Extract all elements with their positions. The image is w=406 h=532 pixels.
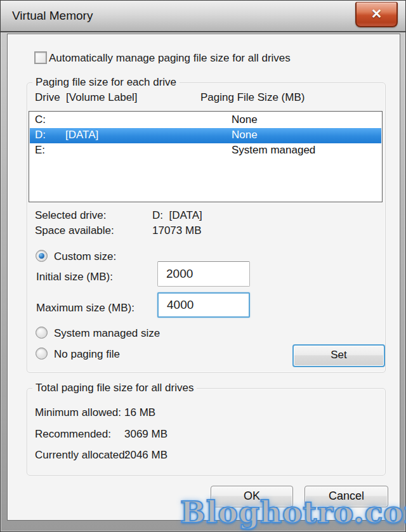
dialog-title: Virtual Memory [12,1,93,31]
auto-manage-checkbox[interactable] [34,51,47,64]
drive-letter: C: [35,114,46,126]
system-managed-label: System managed size [54,327,160,340]
watermark-text: Bloghotro.com [180,495,406,529]
total-paging-group-title: Total paging file size for all drives [32,382,197,394]
drive-paging-size: None [232,129,258,141]
drive-paging-size: None [232,114,258,126]
auto-manage-label: Automatically manage paging file size fo… [49,52,291,65]
recommended-value: 3069 MB [124,428,167,441]
currently-allocated-value: 2046 MB [124,449,167,462]
no-paging-file-label: No paging file [54,348,120,361]
set-button[interactable]: Set [292,344,385,367]
no-paging-file-radio[interactable] [36,347,48,360]
space-available-value: 17073 MB [152,224,202,237]
minimum-allowed-label: Minimum allowed: [35,406,121,419]
column-header-drive: Drive [Volume Label] [35,91,138,104]
close-icon: ✕ [371,6,383,21]
drive-letter: E: [35,144,45,157]
minimum-allowed-value: 16 MB [124,406,155,419]
column-header-size: Paging File Size (MB) [200,91,304,104]
title-bar[interactable]: Virtual Memory ✕ [1,1,405,32]
recommended-label: Recommended: [35,428,111,441]
selected-drive-value: D: [DATA] [152,209,202,222]
initial-size-label: Initial size (MB): [36,271,113,283]
space-available-label: Space available: [35,224,114,237]
maximum-size-label: Maximum size (MB): [36,302,134,315]
dialog-body: Automatically manage paging file size fo… [7,34,400,521]
paging-file-group-title: Paging file size for each drive [32,76,180,89]
drive-row-c[interactable]: C: None [30,113,381,128]
virtual-memory-dialog: Virtual Memory ✕ Automatically manage pa… [0,0,406,532]
close-button[interactable]: ✕ [355,2,398,27]
system-managed-radio[interactable] [36,327,48,339]
currently-allocated-label: Currently allocated: [35,449,128,462]
drive-paging-size: System managed [232,144,315,157]
paging-file-group: Paging file size for each drive Drive [V… [27,82,386,373]
drive-volume: [DATA] [65,129,98,141]
drive-row-d-selected[interactable]: D: [DATA] None [30,128,381,143]
maximum-size-input[interactable] [157,292,250,318]
custom-size-radio[interactable] [36,250,48,262]
drive-listbox[interactable]: C: None D: [DATA] None E: System managed [29,111,383,202]
initial-size-input[interactable] [157,261,250,287]
drive-row-e[interactable]: E: System managed [30,143,381,159]
selected-drive-label: Selected drive: [35,209,106,222]
total-paging-group: Total paging file size for all drives Mi… [27,388,386,476]
custom-size-label: Custom size: [54,250,116,263]
drive-letter: D: [35,129,46,141]
